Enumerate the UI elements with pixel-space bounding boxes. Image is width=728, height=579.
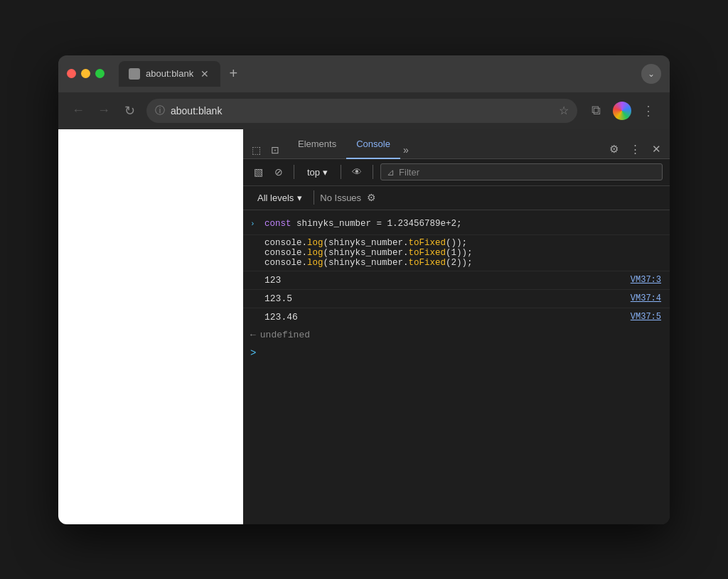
no-issues-label: No Issues (320, 193, 361, 203)
address-input[interactable]: ⓘ about:blank ☆ (146, 99, 577, 123)
device-toolbar-icon[interactable]: ⊡ (268, 141, 282, 158)
clear-console-icon[interactable]: ⊘ (271, 164, 287, 180)
undefined-output: ← undefined (243, 326, 670, 344)
console-prompt[interactable]: > (243, 344, 670, 362)
output-value-2: 123.5 (264, 293, 292, 304)
toolbar-right: ⧉ ⋮ (586, 102, 658, 120)
profile-avatar[interactable] (613, 102, 631, 120)
more-tabs-icon[interactable]: » (400, 141, 412, 158)
devtools-panel: ⬚ ⊡ Elements Console » ⚙ ⋮ ✕ ▧ (243, 129, 670, 524)
inspect-element-icon[interactable]: ⬚ (249, 141, 264, 158)
extensions-icon[interactable]: ⧉ (586, 103, 606, 118)
output-link-3[interactable]: VM37:5 (631, 312, 661, 322)
entry-arrow: › (250, 220, 255, 228)
filter-icon: ⊿ (387, 167, 395, 178)
log-levels-selector[interactable]: All levels ▾ (252, 190, 308, 206)
output-value-1: 123 (264, 275, 281, 286)
log-line-2: console.log(shinyks_number.toFixed(1)); (264, 248, 661, 258)
console-log-group: console.log(shinyks_number.toFixed()); c… (243, 235, 670, 271)
tab-title: about:blank (146, 68, 193, 79)
address-text: about:blank (171, 105, 553, 117)
levels-chevron-icon: ▾ (297, 193, 302, 203)
address-info-icon: ⓘ (155, 104, 165, 117)
devtools-settings-icon[interactable]: ⚙ (606, 140, 621, 158)
levels-separator (314, 190, 314, 205)
bookmark-icon[interactable]: ☆ (559, 104, 569, 117)
context-label: top (307, 167, 320, 178)
output-row-3: 123.46 VM37:5 (243, 308, 670, 326)
devtools-icon-group: ⬚ ⊡ (249, 141, 282, 158)
eye-icon[interactable]: 👁 (348, 164, 365, 180)
code-declaration: const shinyks_number = 1.23456789e+2; (264, 219, 462, 229)
tab-close-button[interactable]: ✕ (199, 68, 210, 80)
tab-favicon (129, 68, 140, 80)
maximize-button[interactable] (95, 69, 105, 78)
tab-elements[interactable]: Elements (288, 129, 346, 158)
minimize-button[interactable] (81, 69, 90, 78)
tab-menu-button[interactable]: ⌄ (641, 64, 661, 84)
sidebar-icon[interactable]: ▧ (250, 164, 267, 180)
devtools-close-icon[interactable]: ✕ (649, 140, 664, 158)
output-row-2: 123.5 VM37:4 (243, 289, 670, 308)
active-tab[interactable]: about:blank ✕ (119, 61, 220, 87)
devtools-right-controls: ⚙ ⋮ ✕ (606, 140, 664, 158)
reload-button[interactable]: ↻ (121, 103, 138, 119)
tab-area: about:blank ✕ + ⌄ (119, 61, 661, 87)
output-link-1[interactable]: VM37:3 (631, 275, 661, 285)
toolbar-separator-3 (373, 165, 373, 179)
forward-button[interactable]: → (95, 103, 112, 118)
browser-menu-icon[interactable]: ⋮ (638, 103, 658, 119)
devtools-more-options-icon[interactable]: ⋮ (627, 140, 643, 158)
console-toolbar: ▧ ⊘ top ▾ 👁 ⊿ Filter (243, 159, 670, 186)
console-entry-1: › const shinyks_number = 1.23456789e+2; (243, 213, 670, 235)
tab-console[interactable]: Console (346, 130, 400, 159)
browser-window: about:blank ✕ + ⌄ ← → ↻ ⓘ about:blank ☆ … (58, 55, 670, 524)
close-button[interactable] (67, 69, 76, 78)
new-tab-button[interactable]: + (223, 64, 243, 84)
address-bar: ← → ↻ ⓘ about:blank ☆ ⧉ ⋮ (58, 92, 670, 129)
context-dropdown-icon: ▾ (323, 167, 328, 178)
output-row-1: 123 VM37:3 (243, 271, 670, 289)
console-output: › const shinyks_number = 1.23456789e+2; … (243, 210, 670, 524)
main-area: ⬚ ⊡ Elements Console » ⚙ ⋮ ✕ ▧ (58, 129, 670, 524)
back-button[interactable]: ← (70, 103, 87, 118)
devtools-tabs: ⬚ ⊡ Elements Console » ⚙ ⋮ ✕ (243, 129, 670, 159)
output-link-2[interactable]: VM37:4 (631, 293, 661, 303)
undefined-label: undefined (260, 330, 310, 340)
filter-placeholder: Filter (399, 167, 419, 178)
traffic-lights (67, 69, 105, 78)
toolbar-separator-2 (341, 165, 341, 179)
title-bar: about:blank ✕ + ⌄ (58, 55, 670, 92)
log-line-1: console.log(shinyks_number.toFixed()); (264, 238, 661, 248)
context-selector[interactable]: top ▾ (301, 165, 333, 180)
log-line-3: console.log(shinyks_number.toFixed(2)); (264, 258, 661, 268)
output-value-3: 123.46 (264, 312, 298, 323)
levels-label: All levels (257, 193, 294, 203)
filter-input[interactable]: ⊿ Filter (380, 163, 663, 180)
prompt-symbol: > (250, 347, 256, 359)
toolbar-separator (294, 165, 294, 179)
console-levels-bar: All levels ▾ No Issues ⚙ (243, 186, 670, 210)
console-settings-icon[interactable]: ⚙ (367, 192, 376, 203)
page-content (58, 129, 243, 524)
return-arrow-icon: ← (250, 330, 256, 340)
